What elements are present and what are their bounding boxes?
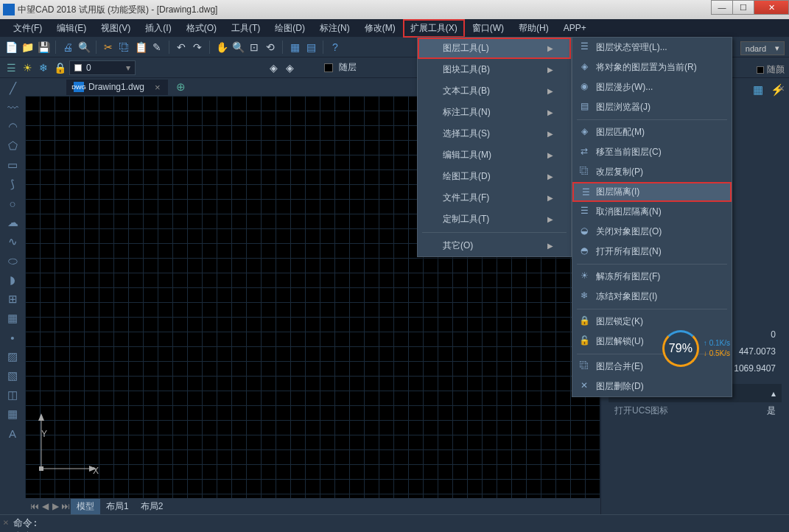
- text-icon[interactable]: A: [5, 426, 20, 441]
- submenu-make-current[interactable]: ◈将对象的图层置为当前(R): [572, 57, 732, 77]
- layer-freeze-icon[interactable]: ❄: [37, 61, 50, 74]
- prop-value[interactable]: 1069.9407: [734, 363, 776, 376]
- layout-first-icon[interactable]: ⏮: [29, 501, 40, 511]
- match-icon[interactable]: ✎: [150, 41, 164, 54]
- submenu-layer-isolate[interactable]: ☰图层隔离(I): [572, 182, 732, 202]
- rectangle-icon[interactable]: ▭: [5, 158, 20, 172]
- tab-close-icon[interactable]: ×: [155, 82, 161, 93]
- spline-icon[interactable]: ∿: [5, 234, 20, 249]
- prop-value[interactable]: 447.0073: [739, 346, 776, 359]
- open-icon[interactable]: 📁: [21, 41, 34, 54]
- pline-icon[interactable]: 〰: [5, 100, 20, 115]
- arc-icon[interactable]: ◠: [5, 119, 20, 134]
- menu-item-edit-tools[interactable]: 编辑工具(M)▶: [418, 144, 571, 166]
- circle-icon[interactable]: ○: [5, 196, 20, 211]
- pan-icon[interactable]: ✋: [215, 41, 228, 54]
- panel-tool1-icon[interactable]: ▦: [751, 83, 765, 97]
- properties-icon[interactable]: ▦: [288, 41, 301, 54]
- print-preview-icon[interactable]: 🔍: [77, 41, 91, 54]
- make-block-icon[interactable]: ▦: [5, 311, 20, 326]
- layout-tab-1[interactable]: 布局1: [100, 499, 135, 514]
- new-tab-icon[interactable]: ⊕: [174, 80, 189, 94]
- submenu-layer-delete[interactable]: ✕图层删除(D): [572, 377, 732, 396]
- menu-help[interactable]: 帮助(H): [511, 19, 556, 38]
- zoom-prev-icon[interactable]: ⟲: [264, 41, 277, 54]
- menu-item-other[interactable]: 其它(O)▶: [418, 235, 571, 256]
- close-button[interactable]: ✕: [754, 0, 789, 15]
- style-combo[interactable]: ndard▾: [740, 41, 785, 55]
- point-icon[interactable]: •: [5, 330, 20, 345]
- save-icon[interactable]: 💾: [37, 41, 50, 54]
- line-icon[interactable]: ╱: [5, 81, 20, 96]
- copy-icon[interactable]: ⿻: [118, 41, 131, 54]
- menu-express-tools[interactable]: 扩展工具(X): [403, 19, 465, 38]
- layer-manager-icon[interactable]: ☰: [4, 61, 18, 74]
- layout-tab-2[interactable]: 布局2: [135, 499, 169, 514]
- undo-icon[interactable]: ↶: [175, 41, 188, 54]
- maximize-button[interactable]: ☐: [732, 0, 754, 15]
- submenu-layer-unisolate[interactable]: ☰取消图层隔离(N): [572, 202, 732, 222]
- submenu-layer-walk[interactable]: ◉图层漫步(W)...: [572, 77, 732, 97]
- new-icon[interactable]: 📄: [4, 41, 18, 54]
- prop-value[interactable]: 是: [767, 405, 776, 417]
- network-speed-widget[interactable]: 79% ↑ 0.1K/s ↓ 0.5K/s: [662, 330, 730, 367]
- submenu-thaw-all[interactable]: ☀解冻所有图层(F): [572, 267, 732, 287]
- revcloud-icon[interactable]: ☁: [5, 215, 20, 230]
- menu-item-select-tools[interactable]: 选择工具(S)▶: [418, 123, 571, 144]
- ellipse-arc-icon[interactable]: ◗: [5, 273, 20, 287]
- submenu-freeze[interactable]: ❄冻结对象图层(I): [572, 287, 732, 307]
- paste-icon[interactable]: 📋: [134, 41, 147, 54]
- menu-item-text-tools[interactable]: 文本工具(B)▶: [418, 80, 571, 102]
- layer-iso-icon[interactable]: ◈: [283, 61, 296, 74]
- minimize-button[interactable]: —: [711, 0, 733, 15]
- design-center-icon[interactable]: ▤: [304, 41, 318, 54]
- command-history[interactable]: ×命令: ×命令: ×命令: ×命令: ×命令: ×命令: ×命令: _PROP…: [0, 515, 789, 532]
- menu-item-layer-tools[interactable]: 图层工具(L)▶: [418, 38, 571, 59]
- polygon-icon[interactable]: ⬠: [5, 139, 20, 153]
- submenu-layer-browser[interactable]: ▤图层浏览器(J): [572, 97, 732, 117]
- menu-item-custom-tools[interactable]: 定制工具(T)▶: [418, 209, 571, 230]
- menu-view[interactable]: 视图(V): [94, 19, 138, 38]
- redo-icon[interactable]: ↷: [191, 41, 204, 54]
- panel-close-icon[interactable]: ×: [779, 83, 785, 94]
- submenu-layer-on[interactable]: ◓打开所有图层(N): [572, 242, 732, 262]
- submenu-layer-lock[interactable]: 🔒图层锁定(K): [572, 312, 732, 332]
- submenu-layer-match[interactable]: ◈图层匹配(M): [572, 122, 732, 142]
- help-icon[interactable]: ?: [329, 41, 342, 54]
- cut-icon[interactable]: ✂: [102, 41, 115, 54]
- region-icon[interactable]: ◫: [5, 388, 20, 402]
- menu-dimension[interactable]: 标注(N): [312, 19, 357, 38]
- menu-insert[interactable]: 插入(I): [138, 19, 178, 38]
- layout-last-icon[interactable]: ⏭: [60, 501, 71, 511]
- layout-next-icon[interactable]: ▶: [50, 501, 60, 511]
- print-icon[interactable]: 🖨: [61, 41, 74, 54]
- menu-draw[interactable]: 绘图(D): [267, 19, 312, 38]
- layout-tab-model[interactable]: 模型: [71, 499, 100, 514]
- document-tab[interactable]: DWG Drawing1.dwg ×: [66, 80, 168, 95]
- close-line-icon[interactable]: ×: [3, 517, 13, 530]
- table-icon[interactable]: ▦: [5, 407, 20, 421]
- hatch-icon[interactable]: ▨: [5, 349, 20, 364]
- zoom-window-icon[interactable]: ⊡: [248, 41, 261, 54]
- layout-prev-icon[interactable]: ◀: [40, 501, 50, 511]
- submenu-copy-layer[interactable]: ⿻改层复制(P): [572, 162, 732, 182]
- arc2-icon[interactable]: ⟆: [5, 177, 20, 192]
- gradient-icon[interactable]: ▧: [5, 368, 20, 383]
- submenu-layer-off[interactable]: ◒关闭对象图层(O): [572, 222, 732, 242]
- layer-selector[interactable]: 0 ▾: [69, 60, 136, 75]
- layer-state-icon[interactable]: ☀: [21, 61, 34, 74]
- menu-item-draw-tools[interactable]: 绘图工具(D)▶: [418, 166, 571, 187]
- submenu-move-current[interactable]: ⇄移至当前图层(C): [572, 142, 732, 162]
- color-swatch[interactable]: [324, 63, 333, 72]
- submenu-layer-state[interactable]: ☰图层状态管理(L)...: [572, 38, 732, 57]
- menu-format[interactable]: 格式(O): [179, 19, 224, 38]
- menu-window[interactable]: 窗口(W): [465, 19, 511, 38]
- menu-item-block-tools[interactable]: 图块工具(B)▶: [418, 59, 571, 80]
- prop-value[interactable]: 0: [771, 329, 776, 342]
- menu-item-file-tools[interactable]: 文件工具(F)▶: [418, 187, 571, 209]
- insert-block-icon[interactable]: ⊞: [5, 292, 20, 307]
- layer-lock-icon[interactable]: 🔒: [53, 61, 66, 74]
- menu-tools[interactable]: 工具(T): [224, 19, 267, 38]
- menu-item-dim-tools[interactable]: 标注工具(N)▶: [418, 102, 571, 123]
- menu-file[interactable]: 文件(F): [6, 19, 49, 38]
